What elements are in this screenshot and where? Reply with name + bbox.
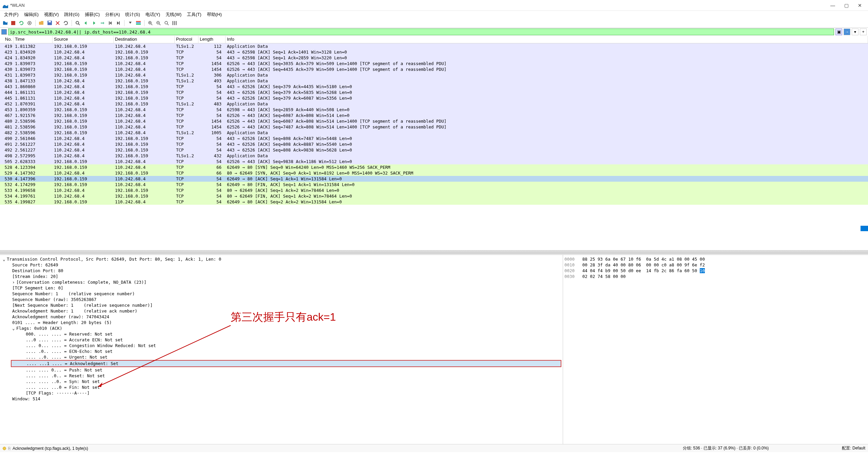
packet-row[interactable]: 4521.870391110.242.68.4192.168.0.159TLSv… xyxy=(0,101,868,107)
packet-details-pane[interactable]: ⌄Transmission Control Protocol, Src Port… xyxy=(0,255,563,444)
packet-row[interactable]: 4912.561227110.242.68.4192.168.0.159TCP5… xyxy=(0,141,868,147)
menu-statistics[interactable]: 统计(S) xyxy=(122,11,142,18)
detail-line[interactable]: 0101 .... = Header Length: 20 bytes (5) xyxy=(1,320,561,325)
expert-info-icon[interactable] xyxy=(3,447,6,450)
packet-row[interactable]: 4822.538596192.168.0.159110.242.68.4TLSv… xyxy=(0,130,868,136)
flag-line[interactable]: 000. .... .... = Reserved: Not set xyxy=(1,331,561,337)
col-no[interactable]: No. xyxy=(0,36,14,43)
stop-capture-icon[interactable] xyxy=(9,19,17,27)
flag-line[interactable]: .... .... .0.. = Reset: Not set xyxy=(1,373,561,379)
reload-icon[interactable] xyxy=(62,19,70,27)
zoom-out-icon[interactable] xyxy=(155,19,162,27)
packet-row[interactable]: 4922.561227110.242.68.4192.168.0.159TCP5… xyxy=(0,147,868,153)
detail-line[interactable]: Acknowledgment Number: 1 (relative ack n… xyxy=(1,308,561,314)
packet-row[interactable]: 4381.847133110.242.68.4192.168.0.159TLSv… xyxy=(0,78,868,84)
menu-wireless[interactable]: 无线(W) xyxy=(163,11,184,18)
close-file-icon[interactable] xyxy=(54,19,61,27)
packet-row[interactable]: 5344.199761110.242.68.4192.168.0.159TCP5… xyxy=(0,193,868,199)
go-forward-icon[interactable] xyxy=(90,19,98,27)
packet-row[interactable]: 4291.839073192.168.0.159110.242.68.4TCP1… xyxy=(0,61,868,66)
ack-flag-line[interactable]: .... ...1 .... = Acknowledgment: Set xyxy=(11,360,561,367)
menu-help[interactable]: 帮助(H) xyxy=(204,11,225,18)
menu-capture[interactable]: 捕获(C) xyxy=(82,11,102,18)
packet-row[interactable]: 4451.861131110.242.68.4192.168.0.159TCP5… xyxy=(0,95,868,101)
packet-row[interactable]: 5284.123394192.168.0.159110.242.68.4TCP6… xyxy=(0,164,868,170)
autoscroll-icon[interactable] xyxy=(127,19,134,27)
maximize-button[interactable]: ▢ xyxy=(844,3,849,8)
menu-view[interactable]: 视图(V) xyxy=(41,11,61,18)
flag-line[interactable]: .... 0... .... = Congestion Window Reduc… xyxy=(1,343,561,348)
zoom-in-icon[interactable] xyxy=(147,19,154,27)
detail-line[interactable]: [Stream index: 20] xyxy=(1,274,561,279)
filter-recent-button[interactable]: ▾ xyxy=(852,28,859,35)
expand-icon[interactable]: ⌄ xyxy=(12,325,16,331)
flag-line[interactable]: .... .... 0... = Push: Not set xyxy=(1,367,561,373)
display-filter-input[interactable] xyxy=(8,28,834,35)
filter-add-button[interactable]: + xyxy=(860,28,867,35)
packet-rows[interactable]: 4191.811382192.168.0.159110.242.68.4TLSv… xyxy=(0,43,868,250)
menu-go[interactable]: 跳转(G) xyxy=(61,11,82,18)
tcp-header[interactable]: Transmission Control Protocol, Src Port:… xyxy=(7,257,221,262)
hscroll[interactable] xyxy=(0,250,868,254)
packet-row[interactable]: 5324.174299192.168.0.159110.242.68.4TCP5… xyxy=(0,182,868,187)
detail-line[interactable]: Destination Port: 80 xyxy=(1,268,561,274)
open-file-icon[interactable] xyxy=(38,19,45,27)
start-capture-icon[interactable] xyxy=(1,19,9,27)
filter-apply-button[interactable]: → xyxy=(844,28,850,35)
packet-row[interactable]: 4902.561046110.242.68.4192.168.0.159TCP5… xyxy=(0,136,868,141)
go-back-icon[interactable] xyxy=(82,19,90,27)
flag-line[interactable]: [TCP Flags: ·······A····] xyxy=(1,390,561,396)
detail-line[interactable]: Acknowledgment number (raw): 747043424 xyxy=(1,314,561,320)
flag-line[interactable]: .... .... ...0 = Fin: Not set xyxy=(1,384,561,390)
detail-line[interactable]: Sequence Number (raw): 3505263867 xyxy=(1,297,561,302)
detail-line[interactable]: ›[Conversation completeness: Complete, N… xyxy=(1,279,561,285)
packet-list-headers[interactable]: No. Time Source Destination Protocol Len… xyxy=(0,36,868,43)
packet-row[interactable]: 5304.147396192.168.0.159110.242.68.4TCP5… xyxy=(0,176,868,182)
expand-icon[interactable]: ⌄ xyxy=(3,256,7,262)
col-destination[interactable]: Destination xyxy=(114,36,175,43)
col-source[interactable]: Source xyxy=(53,36,114,43)
packet-row[interactable]: 5052.628333192.168.0.159110.242.68.4TCP5… xyxy=(0,159,868,164)
window-line[interactable]: Window: 514 xyxy=(12,396,40,401)
detail-line[interactable]: Source Port: 62649 xyxy=(1,262,561,268)
flag-line[interactable]: .... .... ..0. = Syn: Not set xyxy=(1,379,561,384)
detail-line[interactable]: [TCP Segment Len: 0] xyxy=(1,285,561,291)
status-profile[interactable]: 配置: Default xyxy=(842,445,865,451)
packet-row[interactable]: 4531.890359192.168.0.159110.242.68.4TCP5… xyxy=(0,107,868,113)
packet-row[interactable]: 4191.811382192.168.0.159110.242.68.4TLSv… xyxy=(0,43,868,49)
filter-clear-button[interactable]: ▣ xyxy=(835,28,842,35)
menu-edit[interactable]: 编辑(E) xyxy=(21,11,41,18)
packet-row[interactable]: 4671.921576192.168.0.159110.242.68.4TCP5… xyxy=(0,113,868,118)
packet-row[interactable]: 5294.147302110.242.68.4192.168.0.159TCP6… xyxy=(0,170,868,176)
packet-row[interactable]: 4241.834920110.242.68.4192.168.0.159TCP5… xyxy=(0,55,868,61)
menu-file[interactable]: 文件(F) xyxy=(1,11,21,18)
detail-line[interactable]: [Next Sequence Number: 1 (relative seque… xyxy=(1,302,561,308)
packet-row[interactable]: 5334.199658110.242.68.4192.168.0.159TCP5… xyxy=(0,187,868,193)
close-button[interactable]: ✕ xyxy=(857,3,863,8)
resize-columns-icon[interactable] xyxy=(171,19,178,27)
col-info[interactable]: Info xyxy=(226,36,868,43)
packet-row[interactable]: 4441.861131110.242.68.4192.168.0.159TCP5… xyxy=(0,89,868,95)
packet-row[interactable]: 4231.834920110.242.68.4192.168.0.159TCP5… xyxy=(0,49,868,55)
col-length[interactable]: Length xyxy=(198,36,226,43)
flag-line[interactable]: ...0 .... .... = Accurate ECN: Not set xyxy=(1,337,561,343)
collapse-icon[interactable]: › xyxy=(12,279,16,285)
flag-line[interactable]: .... .0.. .... = ECN-Echo: Not set xyxy=(1,348,561,354)
flag-line[interactable]: .... ..0. .... = Urgent: Not set xyxy=(1,354,561,360)
hex-line[interactable]: 0010 00 28 3f da 40 00 80 06 00 00 c0 a8… xyxy=(564,262,867,268)
col-protocol[interactable]: Protocol xyxy=(175,36,198,43)
packet-row[interactable]: 4802.538596192.168.0.159110.242.68.4TCP1… xyxy=(0,118,868,124)
menu-tools[interactable]: 工具(T) xyxy=(184,11,204,18)
packet-row[interactable]: 4982.572995110.242.68.4192.168.0.159TLSv… xyxy=(0,153,868,159)
packet-row[interactable]: 5354.199827192.168.0.159110.242.68.4TCP5… xyxy=(0,199,868,205)
colorize-icon[interactable] xyxy=(135,19,142,27)
flags-header[interactable]: Flags: 0x010 (ACK) xyxy=(16,326,62,331)
detail-line[interactable]: Sequence Number: 1 (relative sequence nu… xyxy=(1,291,561,297)
hex-dump-pane[interactable]: 0000 88 25 93 6a 0e 67 10 f6 0a 5d 4c a1… xyxy=(563,255,868,444)
hex-line[interactable]: 0030 02 02 74 58 00 00 xyxy=(564,274,867,279)
menu-telephony[interactable]: 电话(Y) xyxy=(143,11,163,18)
restart-capture-icon[interactable] xyxy=(18,19,25,27)
goto-packet-icon[interactable] xyxy=(98,19,106,27)
hex-line[interactable]: 0020 44 04 f4 b9 00 50 d0 ee 14 fb 2c 86… xyxy=(564,268,867,274)
capture-options-icon[interactable] xyxy=(26,19,33,27)
